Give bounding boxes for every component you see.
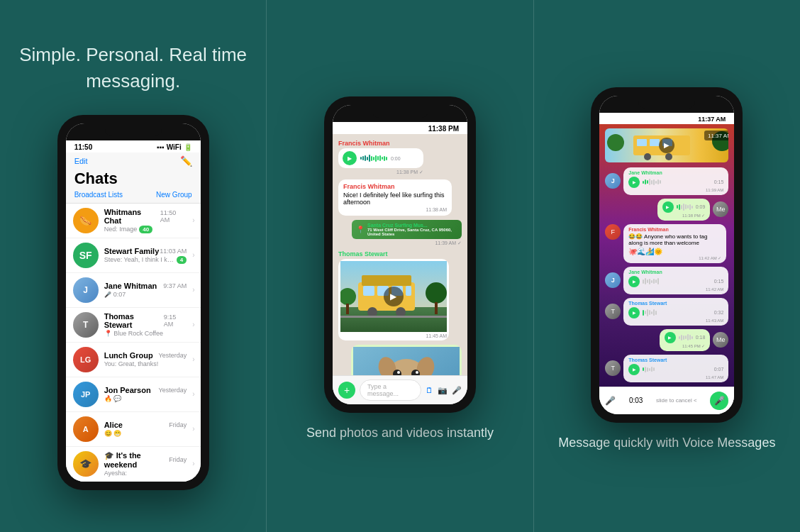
voice-message-row: ▶ 0:18 11:45 <box>605 329 728 351</box>
chat-preview: 🔥 💬 <box>104 395 122 402</box>
svg-point-32 <box>607 134 624 151</box>
svg-point-31 <box>665 153 672 160</box>
input-icons: 🗒 📷 🎤 <box>426 386 462 395</box>
play-button[interactable]: ▶ <box>628 307 640 318</box>
add-attachment-button[interactable]: + <box>338 382 355 399</box>
play-button[interactable]: ▶ <box>628 364 640 375</box>
voice-bubble: Thomas Stewart ▶ <box>623 298 728 326</box>
edit-button[interactable]: Edit <box>74 157 88 165</box>
chat-info: Stewart Family 11:03 AM Steve: Yeah, I t… <box>104 247 187 264</box>
chat-time: 9:37 AM <box>163 282 187 289</box>
chat-name: Whitmans Chat <box>104 208 160 225</box>
chat-info: Jane Whitman 9:37 AM 🎤 0:07 <box>104 282 187 298</box>
panel-2-caption: Send photos and videos instantly <box>306 424 494 442</box>
message-input[interactable]: Type a message... <box>360 379 421 401</box>
phone-mockup-2: 11:38 PM Francis Whitman ▶ <box>324 96 476 413</box>
list-item[interactable]: 🎓 🎓 It's the weekend Friday Ayesha: › <box>66 447 201 482</box>
microphone-icon[interactable]: 🎤 <box>452 386 462 395</box>
chat-info: Alice Friday 😊 😁 <box>104 421 187 437</box>
record-mic-button[interactable]: 🎤 <box>710 392 728 410</box>
chat-preview: Steve: Yeah, I think I know what you m..… <box>104 256 174 263</box>
chats-header-top: Edit ✏️ <box>74 155 192 167</box>
photo-message: ▶ 11:45 AM <box>338 259 449 340</box>
avatar: J <box>73 277 99 303</box>
phone-mockup-1: 11:50 ▪▪▪ WiFi 🔋 Edit ✏️ Chats Broadcast… <box>57 115 209 490</box>
message-row: 📍 Santa Cruz Surfing Mus... 71 West Clif… <box>338 220 462 246</box>
input-placeholder: Type a message... <box>367 383 399 397</box>
list-item[interactable]: LG Lunch Group Yesterday You: Great, tha… <box>66 343 201 377</box>
text-bubble: Francis Whitman 😂😂 Anyone who wants to t… <box>623 224 726 263</box>
photo-message: 11:48 AM ✓ <box>351 345 462 375</box>
svg-point-13 <box>426 282 447 304</box>
avatar: J <box>605 173 621 189</box>
audio-play-button[interactable]: ▶ <box>343 151 357 165</box>
phone-notch-2 <box>333 105 467 122</box>
message-row: Thomas Stewart <box>338 250 462 340</box>
list-item[interactable]: T Thomas Stewart 9:15 AM 📍 Blue Rock Cof… <box>66 308 201 343</box>
location-address: 71 West Cliff Drive, Santa Cruz, CA 9506… <box>367 228 457 236</box>
svg-point-23 <box>416 371 418 374</box>
slide-to-cancel: slide to cancel < <box>656 397 697 404</box>
message-time: 11:42 AM ✓ <box>628 255 721 260</box>
avatar: 🌭 <box>73 208 99 233</box>
voice-bubble: Jane Whitman ▶ <box>623 267 728 294</box>
voice-message-row: ▶ 0:09 <box>605 199 728 221</box>
list-item[interactable]: A Alice Friday 😊 😁 › <box>66 412 201 447</box>
duration: 0:32 <box>714 310 724 315</box>
voice-record-bar: 🎤 0:03 slide to cancel < 🎤 <box>599 387 734 414</box>
svg-rect-4 <box>363 286 374 296</box>
avatar: A <box>73 416 99 442</box>
chat-info: Lunch Group Yesterday You: Great, thanks… <box>104 351 187 367</box>
location-name: Santa Cruz Surfing Mus... <box>367 223 457 228</box>
photo-dog <box>353 347 460 375</box>
message-row: Francis Whitman Nice! I definitely feel … <box>338 179 462 216</box>
map-pin-icon: 📍 <box>356 226 365 233</box>
text-message: Francis Whitman Nice! I definitely feel … <box>338 179 452 216</box>
svg-text:11:37 AM: 11:37 AM <box>708 133 728 139</box>
list-item[interactable]: J Jane Whitman 9:37 AM 🎤 0:07 › <box>66 273 201 308</box>
chat-time: Yesterday <box>159 387 187 394</box>
chat-badge: 4 <box>177 256 187 264</box>
list-item[interactable]: JP Jon Pearson Yesterday 🔥 💬 › <box>66 377 201 412</box>
chat-list: 🌭 Whitmans Chat 11:50 AM Ned: Image 40 › <box>66 204 201 482</box>
svg-rect-1 <box>340 307 447 332</box>
sticker-icon[interactable]: 🗒 <box>426 386 433 395</box>
voice-message-row: T Thomas Stewart ▶ <box>605 298 728 326</box>
voice-message-row: J Jane Whitman ▶ <box>605 167 728 195</box>
waveform <box>643 179 711 185</box>
compose-icon[interactable]: ✏️ <box>180 155 192 167</box>
chat-preview: Ned: Image <box>104 226 138 233</box>
duration: 0:18 <box>696 335 706 340</box>
chat-info: Jon Pearson Yesterday 🔥 💬 <box>104 386 187 402</box>
battery-icon-2: 11:38 PM <box>428 125 459 133</box>
play-button[interactable]: ▶ <box>628 276 640 287</box>
wifi-icon: WiFi <box>167 143 182 151</box>
status-icons: ▪▪▪ WiFi 🔋 <box>157 143 192 151</box>
duration: 0:09 <box>696 204 706 209</box>
chat-name: Lunch Group <box>104 351 153 360</box>
play-button[interactable]: ▶ <box>662 201 674 213</box>
voice-bubble-sent: ▶ 0:18 11:45 <box>660 329 711 351</box>
chat-preview: Ayesha: <box>104 470 127 477</box>
chat-name: Jon Pearson <box>104 386 151 394</box>
broadcast-lists-link[interactable]: Broadcast Lists <box>74 191 123 199</box>
chat-time: 11:50 AM <box>160 209 187 223</box>
play-button[interactable]: ▶ <box>628 177 640 188</box>
list-item[interactable]: SF Stewart Family 11:03 AM Steve: Yeah, … <box>66 238 201 273</box>
message-row: Francis Whitman ▶ <box>338 140 462 175</box>
status-time: 11:50 <box>74 143 93 151</box>
voice-icon: 🎤 <box>104 292 111 298</box>
video-play-button[interactable]: ▶ <box>659 138 674 153</box>
chevron-right-icon: › <box>192 355 194 363</box>
chat-time: Friday <box>169 456 187 463</box>
play-button[interactable]: ▶ <box>665 332 676 343</box>
message-time: 11:45 AM <box>340 333 447 338</box>
voice-messages-area: 11:37 AM ▶ J Jane Whitman ▶ <box>599 124 734 387</box>
list-item[interactable]: 🌭 Whitmans Chat 11:50 AM Ned: Image 40 › <box>66 204 201 238</box>
record-timer: 0:03 <box>629 397 643 404</box>
waveform <box>643 309 711 316</box>
camera-icon[interactable]: 📷 <box>438 386 448 395</box>
chat-preview: 0:07 <box>113 291 126 298</box>
new-group-link[interactable]: New Group <box>156 191 192 199</box>
phone-screen-1: 11:50 ▪▪▪ WiFi 🔋 Edit ✏️ Chats Broadcast… <box>66 123 201 482</box>
